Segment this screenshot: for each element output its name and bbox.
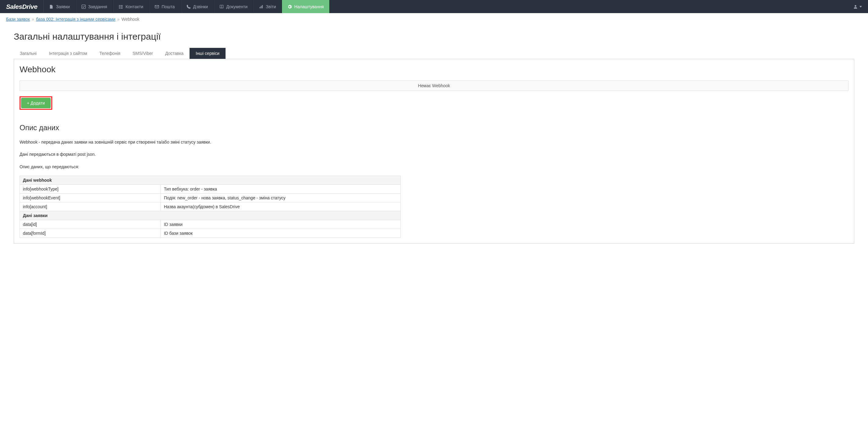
add-webhook-button[interactable]: + Додати (21, 98, 51, 108)
table-row: info[webhookEvent]Подія: new_order - нов… (20, 194, 401, 202)
empty-webhook-message: Немає Webhook (20, 80, 848, 91)
tab-0[interactable]: Загальні (14, 48, 43, 59)
table-section-label: Дані заявки (20, 211, 401, 220)
svg-rect-3 (119, 6, 120, 7)
table-field-key: info[webhookEvent] (20, 194, 161, 202)
caret-down-icon (860, 6, 862, 8)
nav-item-mail[interactable]: Пошта (149, 0, 180, 13)
nav-label: Пошта (161, 4, 175, 9)
table-field-key: info[webhookType] (20, 185, 161, 194)
nav-label: Документи (226, 4, 248, 9)
user-icon (854, 5, 858, 9)
mail-icon (155, 5, 159, 9)
gear-icon (287, 5, 292, 9)
table-field-desc: Назва акаунта(субдомен) в SalesDrive (160, 202, 400, 211)
svg-rect-4 (120, 6, 123, 7)
table-field-desc: Тип вебхука: order - заявка (160, 185, 400, 194)
table-field-desc: ID заявки (160, 220, 400, 229)
book-icon (219, 5, 224, 9)
tab-content: Webhook Немає Webhook + Додати Опис дани… (14, 59, 854, 244)
description-title: Опис даних (20, 124, 848, 132)
phone-icon (186, 5, 191, 9)
svg-rect-7 (155, 5, 159, 8)
table-section-row: Дані заявки (20, 211, 401, 220)
nav-item-check[interactable]: Завдання (76, 0, 113, 13)
page-title: Загальні налаштування і інтеграції (6, 25, 862, 48)
table-row: info[webhookType]Тип вебхука: order - за… (20, 185, 401, 194)
nav-item-phone[interactable]: Дзвінки (181, 0, 214, 13)
breadcrumb-link[interactable]: Бази заявок (6, 17, 30, 22)
nav-label: Налаштування (294, 4, 324, 9)
breadcrumb: Бази заявок»база 002: Інтеграція з іншим… (0, 13, 868, 25)
tab-4[interactable]: Доставка (159, 48, 189, 59)
tabs: ЗагальніІнтеграція з сайтомТелефоніяSMS/… (6, 48, 862, 59)
nav-item-list[interactable]: Контакти (113, 0, 149, 13)
breadcrumb-separator: » (117, 17, 120, 22)
table-field-key: data[id] (20, 220, 161, 229)
svg-rect-9 (261, 6, 261, 8)
table-row: data[id]ID заявки (20, 220, 401, 229)
tab-2[interactable]: Телефонія (93, 48, 127, 59)
tab-1[interactable]: Інтеграція з сайтом (43, 48, 93, 59)
file-icon (49, 5, 54, 9)
nav-label: Контакти (125, 4, 143, 9)
table-section-row: Дані webhook (20, 176, 401, 185)
svg-rect-2 (120, 5, 123, 6)
breadcrumb-link[interactable]: база 002: Інтеграція з іншими сервісами (36, 17, 115, 22)
table-row: info[account]Назва акаунта(субдомен) в S… (20, 202, 401, 211)
nav-item-book[interactable]: Документи (214, 0, 253, 13)
logo: SalesDrive (0, 3, 43, 10)
svg-rect-0 (82, 5, 86, 8)
nav-label: Завдання (88, 4, 107, 9)
svg-rect-5 (119, 8, 120, 8)
nav-items: ЗаявкиЗавданняКонтактиПоштаДзвінкиДокуме… (43, 0, 330, 13)
nav-item-gear[interactable]: Налаштування (282, 0, 330, 13)
nav-item-chart[interactable]: Звіти (253, 0, 282, 13)
description-paragraph: Опис даних, що передаються: (20, 163, 848, 170)
top-nav: SalesDrive ЗаявкиЗавданняКонтактиПоштаДз… (0, 0, 868, 13)
chart-icon (259, 5, 264, 9)
tab-3[interactable]: SMS/Viber (126, 48, 159, 59)
description-paragraph: Webhook - передача даних заявки на зовні… (20, 139, 848, 145)
table-row: data[formId]ID бази заявок (20, 229, 401, 238)
table-section-label: Дані webhook (20, 176, 401, 185)
breadcrumb-current: Webhook (121, 17, 140, 22)
nav-item-file[interactable]: Заявки (43, 0, 75, 13)
table-field-key: info[account] (20, 202, 161, 211)
user-menu[interactable] (847, 5, 868, 9)
add-button-highlight: + Додати (20, 96, 52, 110)
breadcrumb-separator: » (32, 17, 34, 22)
svg-rect-10 (262, 5, 263, 8)
nav-label: Дзвінки (193, 4, 208, 9)
data-description-table: Дані webhookinfo[webhookType]Тип вебхука… (20, 176, 401, 238)
description-paragraph: Дані передаються в форматі post json. (20, 151, 848, 158)
table-field-desc: Подія: new_order - нова заявка, status_c… (160, 194, 400, 202)
svg-rect-8 (260, 7, 260, 8)
svg-rect-1 (119, 5, 120, 6)
table-field-key: data[formId] (20, 229, 161, 238)
svg-rect-6 (120, 8, 123, 8)
nav-label: Звіти (266, 4, 276, 9)
table-field-desc: ID бази заявок (160, 229, 400, 238)
check-icon (82, 5, 86, 9)
tab-5[interactable]: Інші сервіси (189, 48, 225, 59)
section-title: Webhook (20, 65, 848, 74)
list-icon (119, 5, 123, 9)
nav-label: Заявки (56, 4, 70, 9)
content-container: Загальні налаштування і інтеграції Загал… (6, 25, 862, 244)
